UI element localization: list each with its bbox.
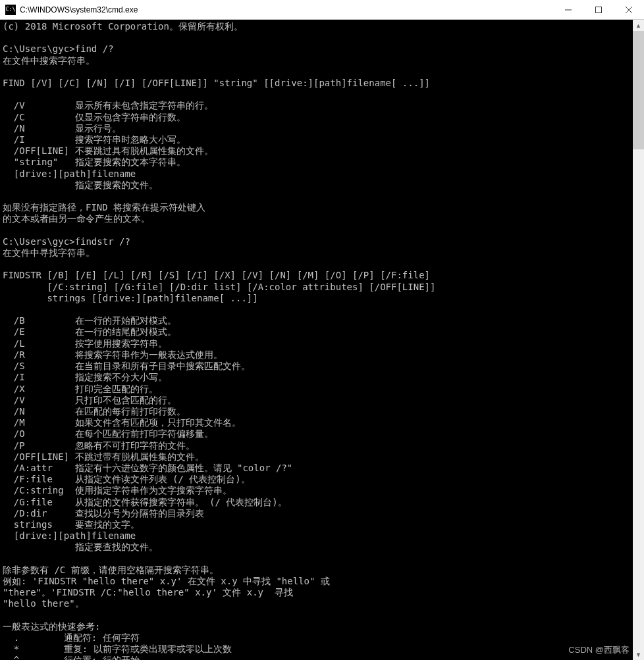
terminal-output[interactable]: (c) 2018 Microsoft Corporation。保留所有权利。 C… [0,20,644,660]
output-line: /R 将搜索字符串作为一般表达式使用。 [3,349,223,360]
window-title: C:\WINDOWS\system32\cmd.exe [20,5,553,14]
output-line: /S 在当前目录和所有子目录中搜索匹配文件。 [3,361,250,371]
output-line: strings [[drive:][path]filename[ ...]] [3,293,258,303]
output-line: /P 忽略有不可打印字符的文件。 [3,440,195,451]
output-line: /OFF[LINE] 不跳过带有脱机属性集的文件。 [3,451,204,462]
output-line: /L 按字使用搜索字符串。 [3,338,167,349]
scroll-track[interactable] [633,31,644,649]
window-controls [553,0,644,19]
scroll-thumb[interactable] [633,31,644,149]
output-line: 如果没有指定路径，FIND 将搜索在提示符处键入 [3,202,205,213]
output-line: 在文件中搜索字符串。 [3,55,95,66]
output-line: 在文件中寻找字符串。 [3,247,95,258]
output-line: C:\Users\gyc>findstr /? [3,236,130,247]
output-line: [drive:][path]filename [3,168,136,179]
output-line: /D:dir 查找以分号为分隔符的目录列表 [3,508,204,519]
output-line: C:\Users\gyc>find /? [3,43,114,54]
output-line: "string" 指定要搜索的文本字符串。 [3,157,186,167]
output-line: (c) 2018 Microsoft Corporation。保留所有权利。 [3,21,243,32]
svg-rect-1 [596,7,602,13]
output-line: /C:string 使用指定字符串作为文字搜索字符串。 [3,485,232,495]
output-line: 指定要搜索的文件。 [3,180,158,190]
output-line: 的文本或者由另一命令产生的文本。 [3,213,150,224]
output-line: [drive:][path]filename [3,530,136,541]
output-line: /O 在每个匹配行前打印字符偏移量。 [3,428,213,439]
output-line: FINDSTR [/B] [/E] [/L] [/R] [/S] [/I] [/… [3,270,430,280]
output-line: /X 打印完全匹配的行。 [3,384,158,394]
watermark-text: CSDN @西飘客 [568,644,630,656]
output-line: /M 如果文件含有匹配项，只打印其文件名。 [3,417,241,428]
output-line: /G:file 从指定的文件获得搜索字符串。 (/ 代表控制台)。 [3,497,287,507]
output-line: /A:attr 指定有十六进位数字的颜色属性。请见 "color /?" [3,463,292,473]
output-line: /V 只打印不包含匹配的行。 [3,395,176,405]
output-line: FIND [/V] [/C] [/N] [/I] [/OFF[LINE]] "s… [3,78,430,88]
output-line: 指定要查找的文件。 [3,542,158,552]
output-line: . 通配符: 任何字符 [3,632,140,643]
output-line: "hello there"。 [3,598,84,609]
output-line: ^ 行位置: 行的开始 [3,655,140,660]
minimize-button[interactable] [553,0,583,19]
output-line: /V 显示所有未包含指定字符串的行。 [3,100,213,111]
output-line: "there"。'FINDSTR /C:"hello there" x.y' 文… [3,587,293,597]
output-line: * 重复: 以前字符或类出现零或零以上次数 [3,644,232,654]
output-line: strings 要查找的文字。 [3,519,140,530]
vertical-scrollbar[interactable]: ▲ ▼ [633,20,644,660]
scroll-up-button[interactable]: ▲ [633,20,644,31]
output-line: /C 仅显示包含字符串的行数。 [3,112,186,122]
output-line: /N 在匹配的每行前打印行数。 [3,406,186,417]
output-line: 例如: 'FINDSTR "hello there" x.y' 在文件 x.y … [3,576,330,586]
output-line: /B 在一行的开始配对模式。 [3,315,176,326]
output-line: /N 显示行号。 [3,123,121,134]
close-button[interactable] [614,0,644,19]
output-line: 一般表达式的快速参考: [3,621,100,632]
output-line: /F:file 从指定文件读文件列表 (/ 代表控制台)。 [3,474,250,484]
maximize-button[interactable] [583,0,614,19]
output-line: /I 指定搜索不分大小写。 [3,372,167,382]
cmd-icon: C:\ [5,5,16,15]
output-line: /OFF[LINE] 不要跳过具有脱机属性集的文件。 [3,145,213,156]
output-line: /I 搜索字符串时忽略大小写。 [3,134,186,145]
output-line: [/C:string] [/G:file] [/D:dir list] [/A:… [3,282,435,292]
output-line: 除非参数有 /C 前缀，请使用空格隔开搜索字符串。 [3,565,219,575]
scroll-down-button[interactable]: ▼ [633,649,644,660]
window-titlebar: C:\ C:\WINDOWS\system32\cmd.exe [0,0,644,20]
output-line: /E 在一行的结尾配对模式。 [3,326,176,337]
